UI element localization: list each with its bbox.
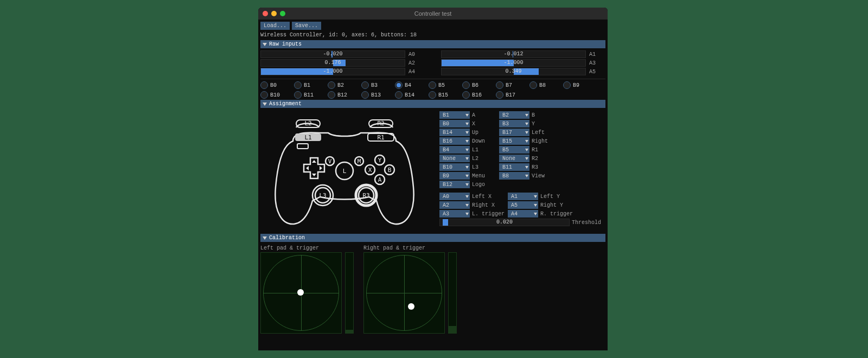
button-label: B9 — [573, 82, 579, 88]
raw-button[interactable]: B4 — [395, 81, 425, 89]
raw-button[interactable]: B13 — [361, 91, 392, 99]
mapping-select[interactable]: B14 — [439, 129, 470, 136]
chevron-down-icon — [534, 204, 537, 207]
section-raw-inputs[interactable]: Raw inputs — [260, 40, 605, 48]
axis-row: 0.176A2 — [260, 59, 425, 67]
raw-button[interactable]: B2 — [328, 81, 358, 89]
raw-button[interactable]: B8 — [529, 81, 560, 89]
chevron-down-icon — [465, 213, 469, 215]
raw-button[interactable]: B17 — [496, 91, 526, 99]
svg-text:M: M — [358, 158, 361, 165]
mapping-select[interactable]: B16 — [439, 137, 470, 145]
mapping-select[interactable]: B12 — [439, 181, 470, 188]
mapping-select[interactable]: B5 — [499, 146, 529, 154]
button-indicator-icon — [395, 91, 403, 99]
mapping-row: B4L1B5R1 — [439, 146, 605, 154]
load-button[interactable]: Load... — [260, 22, 290, 30]
svg-text:R1: R1 — [377, 134, 384, 141]
axis-label: A2 — [409, 60, 425, 66]
right-trigger-bar[interactable] — [448, 252, 457, 334]
threshold-row: 0.020Threshold — [439, 219, 605, 226]
raw-button[interactable]: B1 — [294, 81, 324, 89]
chevron-down-icon — [525, 131, 528, 134]
raw-button[interactable]: B5 — [429, 81, 459, 89]
mapping-select[interactable]: B9 — [439, 172, 470, 180]
chevron-down-icon — [465, 131, 469, 134]
button-label: B12 — [337, 92, 347, 98]
mapping-select[interactable]: B1 — [439, 111, 470, 119]
right-stick-field[interactable] — [363, 252, 445, 334]
mapping-select[interactable]: A1 — [508, 193, 538, 200]
section-calibration[interactable]: Calibration — [260, 234, 605, 242]
mapping-select[interactable]: A5 — [508, 201, 538, 209]
mapping-row: NoneL2NoneR2 — [439, 155, 605, 162]
mapping-select[interactable]: None — [439, 155, 470, 162]
raw-button[interactable]: B10 — [260, 91, 291, 99]
mapping-select[interactable]: B11 — [499, 163, 529, 171]
raw-button[interactable]: B3 — [361, 81, 392, 89]
axis-label: A1 — [589, 52, 605, 57]
button-indicator-icon — [260, 91, 268, 99]
axis-slider[interactable]: -1.000 — [441, 59, 586, 67]
raw-button[interactable]: B16 — [462, 91, 493, 99]
mapping-select[interactable]: None — [499, 155, 529, 162]
raw-button[interactable]: B14 — [395, 91, 425, 99]
button-indicator-icon — [328, 91, 335, 99]
mapping-label: L2 — [472, 156, 497, 162]
axis-slider[interactable]: 0.349 — [441, 68, 586, 75]
chevron-down-icon — [534, 213, 537, 215]
chevron-down-icon — [525, 175, 528, 177]
axis-slider[interactable]: 0.176 — [260, 59, 405, 67]
axis-label: A5 — [589, 69, 605, 75]
threshold-slider[interactable]: 0.020 — [439, 219, 570, 226]
mapping-select[interactable]: A0 — [439, 193, 470, 200]
mapping-label: L. trigger — [472, 211, 506, 217]
mapping-select[interactable]: B15 — [499, 137, 529, 145]
axis-label: A0 — [409, 52, 425, 57]
button-label: B5 — [438, 82, 445, 88]
raw-button[interactable]: B6 — [462, 81, 493, 89]
left-trigger-bar[interactable] — [345, 252, 354, 334]
mapping-select[interactable]: A4 — [508, 210, 538, 218]
axis-row: -0.020A0 — [260, 50, 425, 58]
mapping-select[interactable]: B8 — [499, 172, 529, 180]
mapping-select[interactable]: B3 — [499, 120, 529, 127]
left-stick-field[interactable] — [260, 252, 342, 334]
chevron-down-icon — [525, 114, 528, 117]
mapping-label: View — [532, 173, 557, 179]
raw-button[interactable]: B0 — [260, 81, 291, 89]
mapping-select[interactable]: A2 — [439, 201, 470, 209]
mapping-select[interactable]: A3 — [439, 210, 470, 218]
mapping-row: B12Logo — [439, 181, 605, 188]
raw-button[interactable]: B12 — [328, 91, 358, 99]
mapping-select[interactable]: B10 — [439, 163, 470, 171]
mapping-select[interactable]: B2 — [499, 111, 529, 119]
chevron-down-icon — [525, 123, 528, 125]
section-assignment[interactable]: Assignment — [260, 100, 605, 108]
chevron-down-icon — [525, 166, 528, 169]
chevron-down-icon — [465, 183, 469, 186]
axis-slider[interactable]: -0.020 — [260, 50, 405, 58]
chevron-down-icon — [534, 195, 537, 198]
save-button[interactable]: Save... — [292, 22, 321, 30]
mapping-select[interactable]: B17 — [499, 129, 529, 136]
mapping-row: B14UpB17Left — [439, 129, 605, 136]
button-label: B16 — [472, 92, 482, 98]
mapping-select[interactable]: B0 — [439, 120, 470, 127]
raw-button[interactable]: B15 — [429, 91, 459, 99]
axis-slider[interactable]: -0.012 — [441, 50, 586, 58]
svg-text:L1: L1 — [304, 134, 311, 141]
raw-button[interactable]: B11 — [294, 91, 324, 99]
raw-button[interactable]: B9 — [563, 81, 593, 89]
button-indicator-icon — [496, 91, 503, 99]
section-label: Assignment — [269, 101, 302, 107]
chevron-down-icon — [465, 140, 469, 143]
chevron-down-icon — [465, 195, 469, 198]
raw-button[interactable]: B7 — [496, 81, 526, 89]
button-label: B17 — [506, 92, 515, 98]
titlebar[interactable]: Controller test — [258, 8, 608, 20]
mapping-select[interactable]: B4 — [439, 146, 470, 154]
chevron-down-icon — [263, 43, 267, 46]
mapping-label: Threshold — [572, 220, 605, 226]
axis-slider[interactable]: -1.000 — [260, 68, 405, 75]
